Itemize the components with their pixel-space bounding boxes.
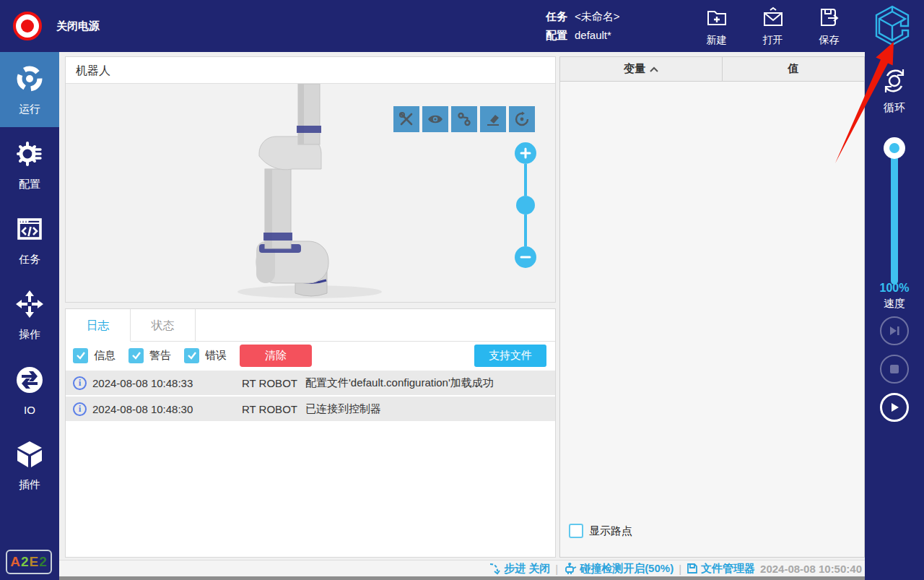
log-source: RT ROBOT [242, 403, 305, 415]
cube-icon [14, 439, 45, 472]
run-icon [14, 64, 45, 97]
new-task-button[interactable]: 新建 [705, 6, 728, 47]
trajectory-button[interactable] [451, 106, 477, 132]
top-actions: 新建 打开 保存 [705, 6, 841, 47]
window-bottom-strip [59, 576, 865, 580]
log-entry-row[interactable]: i 2024-08-08 10:48:33 RT ROBOT 配置文件'defa… [66, 371, 555, 395]
open-task-button[interactable]: 打开 [762, 6, 785, 47]
error-filter-label: 错误 [205, 349, 227, 363]
loop-mode-button[interactable]: 循环 [865, 65, 924, 115]
robot-panel: 机器人 [65, 56, 556, 303]
robot-panel-title: 机器人 [66, 57, 555, 84]
zoom-out-button[interactable] [515, 246, 536, 268]
reset-view-button[interactable] [509, 106, 535, 132]
left-sidebar: 运行 配置 任务 操作 IO 插件 A 2 E 2 [0, 52, 59, 580]
badge-char: A [10, 554, 21, 570]
log-time: 2024-08-08 10:48:30 [92, 403, 212, 415]
orbit-icon [513, 111, 531, 128]
eye-icon [427, 111, 444, 128]
tab-status[interactable]: 状态 [131, 309, 196, 342]
task-value: <未命名> [575, 7, 620, 26]
status-separator: | [555, 563, 558, 575]
new-task-label: 新建 [707, 34, 727, 47]
support-files-button[interactable]: 支持文件 [474, 345, 546, 367]
open-icon [762, 6, 785, 32]
eraser-button[interactable] [480, 106, 506, 132]
loop-label: 循环 [884, 101, 905, 115]
variable-column-header[interactable]: 变量 [560, 57, 723, 81]
value-column-header[interactable]: 值 [723, 57, 864, 81]
warning-filter-label: 警告 [149, 349, 171, 363]
save-task-label: 保存 [819, 34, 840, 47]
step-mode-status[interactable]: 步进 关闭 [489, 562, 550, 576]
log-entry-row[interactable]: i 2024-08-08 10:48:30 RT ROBOT 已连接到控制器 [66, 397, 555, 421]
file-manager-button[interactable]: 文件管理器 [687, 562, 755, 576]
tools-icon [398, 111, 415, 128]
speed-slider-track[interactable] [891, 146, 898, 285]
zoom-slider-track[interactable] [524, 215, 527, 246]
log-panel: 日志 状态 信息 警告 错误 清除 支持文件 i 2024-08-08 10:4… [65, 308, 556, 558]
sidebar-item-run[interactable]: 运行 [0, 52, 59, 127]
sidebar-item-config[interactable]: 配置 [0, 127, 59, 202]
zoom-slider-handle[interactable] [516, 196, 535, 215]
robot-3d-viewport[interactable] [66, 84, 555, 302]
sidebar-item-task[interactable]: 任务 [0, 202, 59, 277]
save-task-button[interactable]: 保存 [818, 6, 841, 47]
minus-icon [520, 251, 531, 263]
app-logo-icon [873, 4, 911, 46]
check-icon [187, 350, 197, 360]
collision-robot-icon [563, 563, 577, 575]
log-message: 配置文件'default.configuration'加载成功 [305, 376, 555, 390]
info-filter-label: 信息 [94, 349, 116, 363]
file-manager-label: 文件管理器 [701, 562, 755, 576]
check-icon [76, 350, 86, 360]
right-sidebar: 循环 100% 速度 [865, 52, 924, 580]
power-icon [21, 20, 34, 33]
viewport-zoom-control [515, 142, 536, 268]
visibility-button[interactable] [422, 106, 448, 132]
warning-checkbox[interactable] [128, 348, 144, 363]
step-forward-button[interactable] [880, 316, 909, 345]
config-value: default* [575, 26, 611, 45]
step-forward-icon [887, 324, 902, 338]
eraser-icon [484, 111, 502, 128]
sidebar-item-plugin[interactable]: 插件 [0, 428, 59, 503]
loop-icon [879, 65, 910, 97]
stop-icon [889, 363, 900, 375]
power-button[interactable] [13, 12, 42, 40]
collision-detection-label: 碰撞检测开启(50%) [580, 562, 674, 576]
sidebar-item-operate[interactable]: 操作 [0, 277, 59, 352]
viewport-toolbar [393, 106, 535, 132]
sidebar-item-io[interactable]: IO [0, 352, 59, 428]
value-column-label: 值 [788, 62, 799, 76]
info-checkbox[interactable] [73, 348, 88, 363]
check-icon [131, 350, 141, 360]
task-config-info: 任务<未命名> 配置default* [546, 7, 620, 45]
show-waypoints-checkbox[interactable] [569, 524, 583, 538]
top-bar: 关闭电源 任务<未命名> 配置default* 新建 打开 保存 [0, 0, 924, 52]
speed-slider-handle-core [889, 143, 899, 153]
info-icon: i [73, 376, 87, 390]
tools-button[interactable] [393, 106, 419, 132]
speed-readout: 100% 速度 [865, 280, 924, 311]
collision-detection-status[interactable]: 碰撞检测开启(50%) [563, 562, 674, 576]
log-message: 已连接到控制器 [305, 402, 555, 416]
sidebar-item-label: 运行 [19, 103, 40, 116]
clear-log-button[interactable]: 清除 [240, 345, 312, 367]
version-badge: A 2 E 2 [6, 550, 52, 574]
zoom-slider-track[interactable] [524, 164, 527, 196]
zoom-in-button[interactable] [515, 142, 536, 164]
log-time: 2024-08-08 10:48:33 [92, 377, 212, 389]
stop-button[interactable] [880, 355, 909, 384]
code-window-icon [14, 214, 45, 247]
file-manager-icon [687, 563, 698, 574]
speed-slider-handle[interactable] [884, 137, 905, 159]
play-button[interactable] [880, 393, 909, 422]
plus-icon [520, 147, 531, 159]
step-mode-label: 步进 关闭 [504, 562, 550, 576]
error-checkbox[interactable] [184, 348, 199, 363]
power-label: 关闭电源 [56, 20, 100, 33]
sidebar-item-label: 插件 [19, 478, 40, 492]
tab-log[interactable]: 日志 [66, 309, 131, 342]
variable-panel: 变量 值 显示路点 [559, 56, 865, 558]
